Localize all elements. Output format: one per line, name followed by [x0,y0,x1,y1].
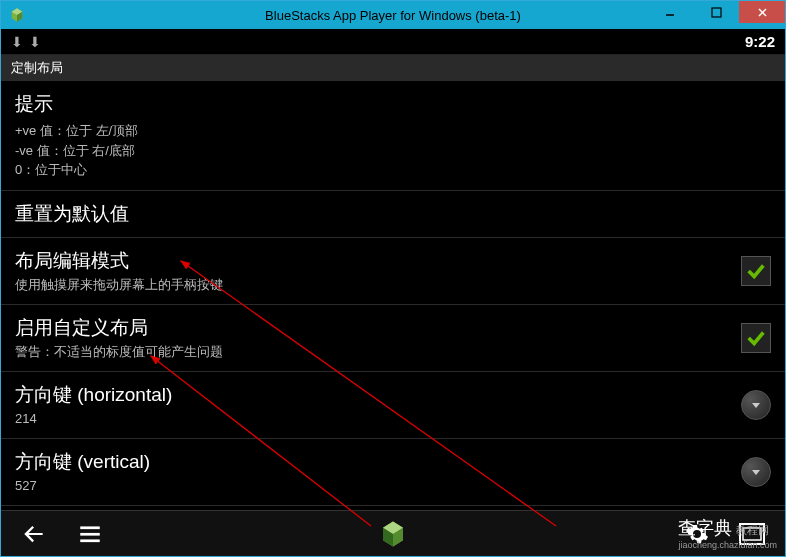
svg-rect-4 [712,8,721,17]
chevron-down-icon [750,466,762,478]
item-enable-custom-layout[interactable]: 启用自定义布局 警告：不适当的标度值可能产生问题 [1,305,785,372]
window-controls [647,1,785,29]
dpad-h-title: 方向键 (horizontal) [15,382,741,408]
item-tips: 提示 +ve 值：位于 左/顶部 -ve 值：位于 右/底部 0：位于中心 [1,81,785,191]
custom-layout-checkbox[interactable] [741,323,771,353]
layout-edit-checkbox[interactable] [741,256,771,286]
download-icon: ⬇ [29,34,41,50]
dpad-v-dropdown[interactable] [741,457,771,487]
svg-rect-9 [80,526,100,529]
checkmark-icon [745,327,767,349]
android-viewport: ⬇ ⬇ 9:22 定制布局 提示 +ve 值：位于 左/顶部 -ve 值：位于 … [1,29,785,556]
app-icon [7,5,27,25]
dpad-v-title: 方向键 (vertical) [15,449,741,475]
layout-edit-title: 布局编辑模式 [15,248,741,274]
custom-layout-title: 启用自定义布局 [15,315,741,341]
settings-list[interactable]: 提示 +ve 值：位于 左/顶部 -ve 值：位于 右/底部 0：位于中心 重置… [1,81,785,510]
menu-button[interactable] [77,521,103,547]
item-reset-defaults[interactable]: 重置为默认值 [1,191,785,238]
dpad-v-value: 527 [15,477,741,495]
dpad-h-value: 214 [15,410,741,428]
android-status-bar: ⬇ ⬇ 9:22 [1,29,785,55]
tips-title: 提示 [15,91,771,117]
close-button[interactable] [739,1,785,23]
svg-rect-17 [743,528,761,540]
bottom-nav-bar [1,510,785,556]
settings-gear-button[interactable] [685,522,709,546]
svg-rect-10 [80,532,100,535]
item-dpad-vertical[interactable]: 方向键 (vertical) 527 [1,439,785,506]
checkmark-icon [745,260,767,282]
minimize-button[interactable] [647,1,693,23]
svg-marker-8 [752,470,760,475]
home-button[interactable] [378,519,408,549]
maximize-button[interactable] [693,1,739,23]
layout-edit-sub: 使用触摸屏来拖动屏幕上的手柄按键 [15,276,741,294]
svg-rect-11 [80,539,100,542]
app-header: 定制布局 [1,55,785,81]
tips-body: +ve 值：位于 左/顶部 -ve 值：位于 右/底部 0：位于中心 [15,121,771,180]
fullscreen-button[interactable] [739,523,765,545]
reset-title: 重置为默认值 [15,201,771,227]
svg-marker-7 [752,403,760,408]
custom-layout-sub: 警告：不适当的标度值可能产生问题 [15,343,741,361]
status-clock: 9:22 [745,33,775,50]
window-titlebar: BlueStacks App Player for Windows (beta-… [1,1,785,29]
app-header-title: 定制布局 [11,59,63,77]
download-icon: ⬇ [11,34,23,50]
dpad-h-dropdown[interactable] [741,390,771,420]
item-dpad-horizontal[interactable]: 方向键 (horizontal) 214 [1,372,785,439]
back-button[interactable] [21,521,47,547]
item-layout-edit-mode[interactable]: 布局编辑模式 使用触摸屏来拖动屏幕上的手柄按键 [1,238,785,305]
chevron-down-icon [750,399,762,411]
